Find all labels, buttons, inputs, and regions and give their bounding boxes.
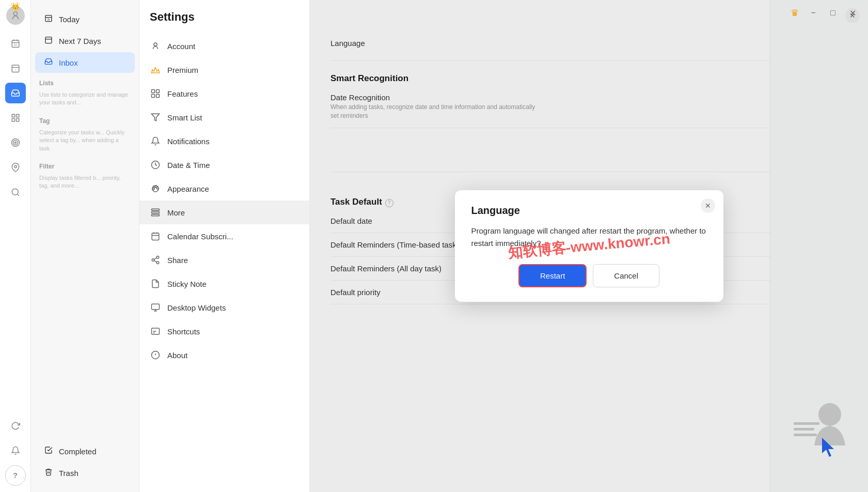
sidebar-icon-help[interactable]: ? bbox=[5, 465, 26, 486]
settings-item-desktop-widgets[interactable]: Desktop Widgets bbox=[139, 296, 309, 319]
sidebar-icon-grid[interactable] bbox=[5, 107, 26, 128]
nav-label-completed: Completed bbox=[59, 447, 97, 456]
nav-item-completed[interactable]: Completed bbox=[35, 441, 135, 462]
settings-item-date-time[interactable]: Date & Time bbox=[139, 153, 309, 177]
next7days-icon bbox=[43, 36, 54, 46]
icon-sidebar: 👑 26 7 bbox=[0, 0, 31, 492]
dialog-actions: Restart Cancel bbox=[471, 264, 707, 287]
today-icon: 26 bbox=[43, 14, 54, 24]
nav-item-inbox[interactable]: Inbox bbox=[35, 52, 135, 73]
settings-item-about[interactable]: About bbox=[139, 343, 309, 367]
settings-item-appearance[interactable]: Appearance bbox=[139, 177, 309, 201]
notifications-icon bbox=[150, 135, 161, 147]
sidebar-icon-today[interactable]: 26 bbox=[5, 33, 26, 54]
settings-item-account[interactable]: Account bbox=[139, 34, 309, 58]
dialog-body: Program language will changed after rest… bbox=[471, 225, 707, 250]
settings-item-premium[interactable]: Premium bbox=[139, 58, 309, 82]
features-icon bbox=[150, 88, 161, 99]
section-desc-tag: Categorize your tasks w... Quickly selec… bbox=[31, 127, 139, 157]
maximize-button[interactable]: □ bbox=[828, 8, 838, 18]
restart-button[interactable]: Restart bbox=[518, 264, 587, 287]
trash-icon bbox=[43, 468, 54, 478]
sidebar-icon-target[interactable] bbox=[5, 132, 26, 153]
sidebar-icon-inbox[interactable] bbox=[5, 83, 26, 103]
share-icon bbox=[150, 254, 161, 266]
settings-item-shortcuts[interactable]: Shortcuts bbox=[139, 319, 309, 343]
settings-label-smart-list: Smart List bbox=[167, 113, 202, 122]
crown-icon: 👑 bbox=[11, 2, 20, 10]
section-title-filter: Filter bbox=[31, 157, 139, 172]
language-dialog: Language ✕ 知软博客-www.knowr.cn Program lan… bbox=[455, 190, 723, 302]
nav-label-trash: Trash bbox=[59, 469, 78, 478]
sidebar-icon-refresh[interactable] bbox=[5, 416, 26, 436]
svg-point-16 bbox=[14, 165, 17, 168]
svg-rect-10 bbox=[16, 114, 19, 117]
inbox-icon bbox=[43, 57, 54, 68]
svg-rect-22 bbox=[45, 37, 52, 43]
svg-point-44 bbox=[156, 262, 159, 264]
settings-label-appearance: Appearance bbox=[167, 185, 209, 193]
svg-line-45 bbox=[154, 260, 156, 262]
svg-rect-9 bbox=[12, 114, 14, 117]
svg-rect-25 bbox=[152, 90, 155, 93]
desktop-widgets-icon bbox=[150, 302, 161, 313]
settings-label-sticky-note: Sticky Note bbox=[167, 280, 207, 288]
settings-item-more[interactable]: More bbox=[139, 201, 309, 224]
svg-point-0 bbox=[13, 12, 17, 16]
nav-label-next7days: Next 7 Days bbox=[59, 37, 101, 45]
settings-label-desktop-widgets: Desktop Widgets bbox=[167, 303, 226, 312]
svg-text:7: 7 bbox=[14, 69, 16, 71]
completed-icon bbox=[43, 446, 54, 456]
cancel-button[interactable]: Cancel bbox=[593, 264, 659, 287]
shortcuts-icon bbox=[150, 326, 161, 337]
settings-item-smart-list[interactable]: Smart List bbox=[139, 105, 309, 129]
settings-label-features: Features bbox=[167, 89, 198, 98]
main-content: ✕ ♛ − □ ✕ Language 简体中文 ⌄ Smart Recognit… bbox=[310, 0, 868, 492]
svg-point-17 bbox=[12, 189, 18, 195]
svg-rect-35 bbox=[152, 209, 160, 210]
minimize-button[interactable]: − bbox=[808, 8, 818, 18]
settings-label-premium: Premium bbox=[167, 66, 198, 74]
svg-text:26: 26 bbox=[14, 43, 17, 47]
svg-rect-27 bbox=[152, 95, 155, 98]
settings-item-features[interactable]: Features bbox=[139, 82, 309, 105]
sidebar-icon-next7days[interactable]: 7 bbox=[5, 58, 26, 79]
dialog-title: Language bbox=[471, 205, 707, 217]
more-icon bbox=[150, 207, 161, 218]
sidebar-icon-location[interactable] bbox=[5, 157, 26, 178]
settings-label-notifications: Notifications bbox=[167, 137, 210, 146]
svg-rect-26 bbox=[156, 90, 160, 93]
svg-text:26: 26 bbox=[47, 19, 50, 21]
settings-item-calendar[interactable]: Calendar Subscri... bbox=[139, 224, 309, 248]
svg-rect-11 bbox=[12, 119, 14, 121]
settings-label-account: Account bbox=[167, 42, 195, 51]
nav-sidebar: 26 Today Next 7 Days Inbox Lists Use lis… bbox=[31, 0, 139, 492]
sidebar-icon-bell[interactable] bbox=[5, 440, 26, 461]
settings-label-calendar: Calendar Subscri... bbox=[167, 232, 233, 241]
nav-label-today: Today bbox=[59, 15, 80, 24]
svg-line-46 bbox=[154, 258, 156, 259]
sidebar-icon-search[interactable] bbox=[5, 182, 26, 203]
dialog-close-button[interactable]: ✕ bbox=[701, 198, 715, 213]
sticky-note-icon bbox=[150, 278, 161, 289]
titlebar-crown-icon: ♛ bbox=[791, 7, 799, 19]
section-title-tag: Tag bbox=[31, 111, 139, 127]
settings-label-about: About bbox=[167, 351, 187, 360]
settings-item-share[interactable]: Share bbox=[139, 248, 309, 272]
date-time-icon bbox=[150, 159, 161, 171]
appearance-icon bbox=[150, 183, 161, 194]
avatar[interactable]: 👑 bbox=[6, 6, 25, 25]
close-button[interactable]: ✕ bbox=[847, 8, 858, 18]
settings-item-notifications[interactable]: Notifications bbox=[139, 129, 309, 153]
settings-label-share: Share bbox=[167, 256, 188, 265]
settings-item-sticky-note[interactable]: Sticky Note bbox=[139, 272, 309, 296]
nav-item-trash[interactable]: Trash bbox=[35, 463, 135, 483]
nav-item-today[interactable]: 26 Today bbox=[35, 9, 135, 29]
calendar-icon bbox=[150, 230, 161, 242]
nav-label-inbox: Inbox bbox=[59, 58, 78, 67]
settings-label-shortcuts: Shortcuts bbox=[167, 327, 200, 336]
svg-line-18 bbox=[17, 194, 19, 195]
settings-label-more: More bbox=[167, 208, 185, 217]
nav-item-next7days[interactable]: Next 7 Days bbox=[35, 30, 135, 51]
settings-label-date-time: Date & Time bbox=[167, 161, 210, 170]
